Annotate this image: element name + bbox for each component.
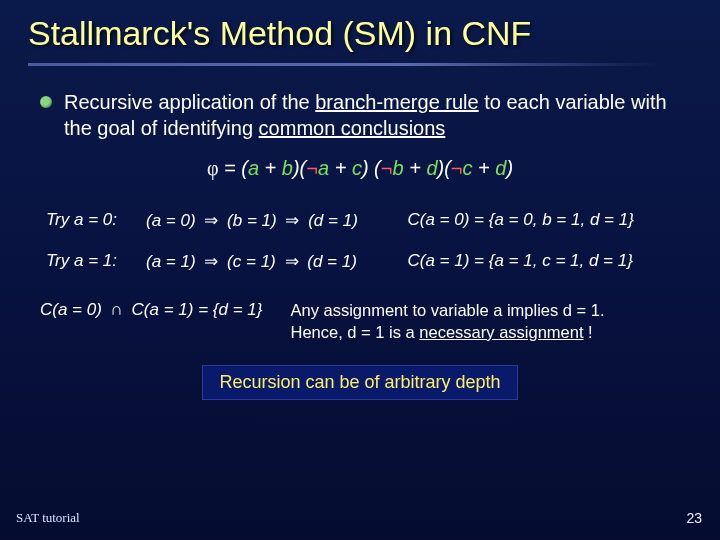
expl2a: Hence, d = 1 is a [290, 323, 419, 341]
table-row: Try a = 0: (a = 0) ⇒ (b = 1) ⇒ (d = 1) C… [40, 200, 680, 241]
cases-table: Try a = 0: (a = 0) ⇒ (b = 1) ⇒ (d = 1) C… [40, 200, 680, 282]
case-label-0: Try a = 0: [40, 200, 140, 241]
title-area: Stallmarck's Method (SM) in CNF [0, 0, 720, 72]
case-deriv-1: (a = 1) ⇒ (c = 1) ⇒ (d = 1) [140, 241, 402, 282]
bullet-icon [40, 96, 52, 108]
slide-body: Recursive application of the branch-merg… [0, 72, 720, 400]
cap-symbol: ∩ [102, 300, 132, 319]
badge-wrap: Recursion can be of arbitrary depth [40, 365, 680, 400]
conclusion-explain: Any assignment to variable a implies d =… [290, 300, 680, 343]
formula-eq: = [224, 157, 241, 179]
d02: d = 1 [314, 211, 352, 230]
cl-a: C(a = 0) [40, 300, 102, 319]
title-underline [28, 63, 659, 66]
f-n2: ¬ [381, 157, 393, 179]
footer-page-number: 23 [686, 510, 702, 526]
bullet-text: Recursive application of the branch-merg… [64, 90, 680, 141]
case-label-1: Try a = 1: [40, 241, 140, 282]
slide: Stallmarck's Method (SM) in CNF Recursiv… [0, 0, 720, 540]
f-n3: ¬ [451, 157, 463, 179]
bullet-underlined-2: common conclusions [259, 117, 446, 139]
formula: φ = (a + b)(¬a + c) (¬b + d)(¬c + d) [40, 157, 680, 180]
bullet-pre: Recursive application of the [64, 91, 315, 113]
bullet-underlined-1: branch-merge rule [315, 91, 478, 113]
table-row: Try a = 1: (a = 1) ⇒ (c = 1) ⇒ (d = 1) C… [40, 241, 680, 282]
expl2u: necessary assignment [419, 323, 583, 341]
f-t4b: d [495, 157, 506, 179]
cl-rhs: {d = 1} [213, 300, 263, 319]
case-deriv-0: (a = 0) ⇒ (b = 1) ⇒ (d = 1) [140, 200, 402, 241]
phi-symbol: φ [207, 157, 219, 179]
f-t2a: a [318, 157, 329, 179]
d12: d = 1 [313, 252, 351, 271]
case-set-0: C(a = 0) = {a = 0, b = 1, d = 1} [402, 200, 681, 241]
d10: a = 1 [152, 252, 190, 271]
f-t3b: d [426, 157, 437, 179]
f-t1b: b [282, 157, 293, 179]
recursion-badge: Recursion can be of arbitrary depth [202, 365, 517, 400]
case-set-1: C(a = 1) = {a = 1, c = 1, d = 1} [402, 241, 681, 282]
imp: ⇒ [196, 211, 227, 230]
expl2b: ! [588, 323, 593, 341]
d01: b = 1 [233, 211, 271, 230]
f-n1: ¬ [306, 157, 318, 179]
f-t1a: a [248, 157, 259, 179]
conclusion: C(a = 0) ∩ C(a = 1) = {d = 1} Any assign… [40, 300, 680, 343]
f-t2b: c [352, 157, 362, 179]
bullet-1: Recursive application of the branch-merg… [40, 90, 680, 141]
conclusion-intersection: C(a = 0) ∩ C(a = 1) = {d = 1} [40, 300, 262, 320]
cl-b: C(a = 1) [132, 300, 194, 319]
d11: c = 1 [233, 252, 270, 271]
imp: ⇒ [276, 252, 307, 271]
f-t3a: b [392, 157, 403, 179]
expl1: Any assignment to variable a implies d =… [290, 301, 604, 319]
f-t4a: c [463, 157, 473, 179]
slide-title: Stallmarck's Method (SM) in CNF [28, 14, 692, 53]
d00: a = 0 [152, 211, 190, 230]
imp: ⇒ [196, 252, 227, 271]
footer-left: SAT tutorial [16, 510, 80, 526]
imp: ⇒ [277, 211, 308, 230]
